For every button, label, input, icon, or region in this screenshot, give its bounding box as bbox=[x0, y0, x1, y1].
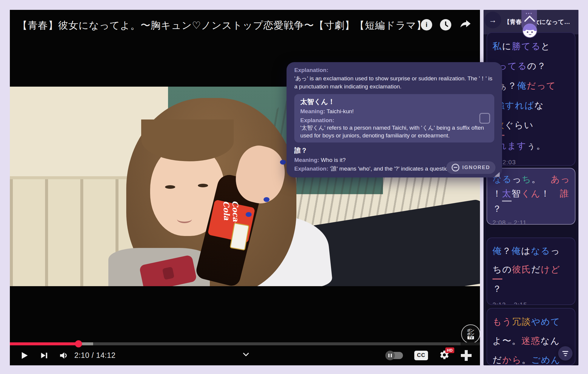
subtitle-line: 俺？俺はなるっ bbox=[492, 242, 569, 260]
subtitle-line: れますぅ。 bbox=[492, 136, 569, 156]
subtitle-word[interactable]: 太 bbox=[502, 186, 512, 202]
subtitle-word[interactable]: から bbox=[502, 350, 522, 365]
subtitle-card[interactable]: なるっち。 あっ！太智くん！ 誰？2:08 – 2:11 bbox=[487, 168, 575, 225]
subtitle-word[interactable]: もう bbox=[492, 312, 512, 331]
subtitle-word[interactable]: ！ bbox=[492, 186, 502, 201]
minus-circle-icon bbox=[452, 164, 459, 171]
next-button[interactable] bbox=[39, 351, 49, 360]
subtitle-word[interactable]: だ bbox=[492, 350, 502, 365]
subtitle-timestamp: 2:08 – 2:11 bbox=[492, 219, 569, 225]
subtitle-word[interactable]: ？ bbox=[492, 280, 502, 298]
volume-icon[interactable] bbox=[59, 350, 69, 361]
word-heading: 誰？ bbox=[294, 146, 494, 155]
nail bbox=[246, 212, 252, 217]
subtitle-line: よ〜。迷惑なん bbox=[492, 331, 569, 350]
explanation-label: Explanation: bbox=[294, 67, 494, 73]
subtitle-word[interactable]: ち bbox=[522, 172, 532, 186]
filter-button[interactable] bbox=[558, 346, 572, 361]
subtitle-word[interactable]: 俺 bbox=[517, 76, 527, 96]
explanation-text: '太智くん' refers to a person named Taichi, … bbox=[300, 125, 484, 139]
time-display: 2:10 / 14:12 bbox=[74, 351, 116, 360]
word-checkbox[interactable] bbox=[479, 113, 490, 124]
subtitle-word[interactable]: の bbox=[502, 260, 512, 279]
subtitle-word[interactable]: ！ bbox=[541, 186, 560, 201]
subtitle-word[interactable]: だって bbox=[527, 76, 556, 96]
subtitle-word[interactable]: あっ bbox=[551, 172, 570, 186]
subtitle-word[interactable]: なる bbox=[531, 242, 550, 260]
subtitle-word[interactable]: ？ bbox=[492, 202, 502, 216]
subtitle-card[interactable]: 俺？俺はなるっちの彼氏だけど？2:13 – 2:15 bbox=[487, 237, 575, 305]
nail bbox=[264, 197, 270, 202]
subtitle-word[interactable]: けど bbox=[541, 260, 560, 279]
watermark-text: ボン bbox=[467, 332, 475, 336]
meaning-label: Meaning: bbox=[294, 157, 319, 163]
subtitle-line: ？ bbox=[492, 280, 569, 298]
player-top-icons: i bbox=[421, 18, 472, 32]
word-tooltip: Explanation: 'あっ' is an exclamation used… bbox=[287, 62, 502, 177]
video-title: 【青春】彼女になってよ。〜胸キュン♡ノンストップ恋愛戦争〜【寸劇】【短編ドラマ】 bbox=[18, 19, 427, 32]
watermark-tv: TV bbox=[467, 336, 474, 339]
chevron-down-icon[interactable] bbox=[241, 350, 251, 360]
subtitle-word[interactable]: な bbox=[534, 96, 544, 115]
subtitle-word[interactable]: の？ bbox=[527, 56, 547, 76]
autoplay-pause-icon bbox=[385, 351, 395, 360]
subtitle-line: ってるの？ bbox=[492, 56, 569, 76]
subtitle-line: もう冗談やめて bbox=[492, 312, 569, 331]
subtitle-word[interactable]: っ bbox=[512, 172, 522, 186]
page: 【青春】彼女になってよ。〜胸キュン♡ノンストップ恋愛戦争〜【寸劇】【短編ドラマ】… bbox=[0, 0, 588, 374]
subtitle-word[interactable]: に bbox=[502, 36, 512, 56]
word-heading: 太智くん！ bbox=[300, 97, 488, 106]
player-right-controls: CC HD bbox=[386, 345, 472, 365]
channel-watermark[interactable]: ボン ボン TV bbox=[461, 324, 480, 344]
subtitle-word[interactable]: なん bbox=[541, 331, 560, 350]
watch-later-clock-icon[interactable] bbox=[440, 19, 451, 30]
subtitle-word[interactable]: 俺 bbox=[492, 242, 502, 260]
subtitle-word[interactable]: くん bbox=[521, 186, 541, 201]
subtitle-word[interactable]: 誰 bbox=[560, 186, 569, 201]
subtitle-word[interactable]: 。 bbox=[522, 350, 531, 365]
subtitle-word[interactable]: 。 bbox=[532, 172, 551, 186]
subtitle-timestamp: 2:13 – 2:15 bbox=[492, 301, 569, 305]
subtitle-word[interactable]: 冗談 bbox=[512, 312, 531, 331]
extension-tab[interactable]: ••• bbox=[521, 10, 537, 31]
subtitle-word[interactable]: ぐらい bbox=[504, 115, 534, 135]
subtitle-word[interactable]: ？ bbox=[502, 242, 512, 260]
captions-button[interactable]: CC bbox=[414, 351, 428, 360]
subtitle-word[interactable]: よ〜。 bbox=[492, 331, 521, 350]
subtitle-line: 私に勝てると bbox=[492, 36, 569, 56]
subtitle-word[interactable]: ごめん bbox=[531, 350, 561, 365]
autoplay-toggle[interactable] bbox=[386, 352, 403, 359]
subtitle-word[interactable]: は bbox=[521, 242, 531, 260]
subtitle-word[interactable]: やめて bbox=[531, 312, 560, 331]
fullscreen-icon[interactable] bbox=[461, 350, 472, 361]
girl-eye bbox=[198, 184, 208, 187]
subtitle-line: ちの彼氏だけど bbox=[492, 260, 569, 280]
tooltip-tail bbox=[494, 172, 500, 177]
subtitle-word[interactable]: っ bbox=[550, 242, 560, 260]
subtitle-word[interactable]: だ bbox=[531, 260, 541, 279]
subtitle-word[interactable]: 彼氏 bbox=[512, 260, 531, 279]
subtitle-word[interactable]: 智 bbox=[512, 186, 521, 201]
info-icon[interactable]: i bbox=[421, 19, 432, 30]
subtitle-word[interactable]: 俺 bbox=[512, 242, 521, 260]
subtitle-word[interactable]: 私 bbox=[492, 36, 502, 56]
explanation-row: Explanation: '太智くん' refers to a person n… bbox=[300, 117, 488, 140]
subtitle-word[interactable]: ち bbox=[492, 260, 502, 280]
subtitle-line: 強すればな bbox=[492, 96, 569, 115]
subtitle-word[interactable]: と bbox=[541, 36, 551, 56]
tab-dots-icon: ••• bbox=[521, 12, 537, 15]
meaning-row: Meaning: Taichi-kun! bbox=[300, 108, 488, 115]
ignored-badge[interactable]: IGNORED bbox=[446, 161, 495, 174]
subtitle-timestamp: – 2:03 bbox=[492, 159, 569, 166]
settings-button[interactable]: HD bbox=[439, 350, 450, 361]
subtitle-word[interactable]: ってる bbox=[498, 56, 527, 76]
subtitle-word[interactable]: 迷惑 bbox=[521, 331, 541, 350]
subtitle-word[interactable]: 勝てる bbox=[512, 36, 541, 56]
meaning-text: Who is it? bbox=[321, 157, 346, 163]
progress-bar[interactable] bbox=[10, 342, 480, 345]
ignored-status: IGNORED bbox=[446, 161, 495, 174]
subtitle-word[interactable]: ぅ。 bbox=[527, 136, 546, 156]
share-icon[interactable] bbox=[459, 18, 472, 32]
play-button[interactable] bbox=[19, 350, 29, 361]
collapse-arrow-button[interactable]: → bbox=[484, 12, 501, 28]
